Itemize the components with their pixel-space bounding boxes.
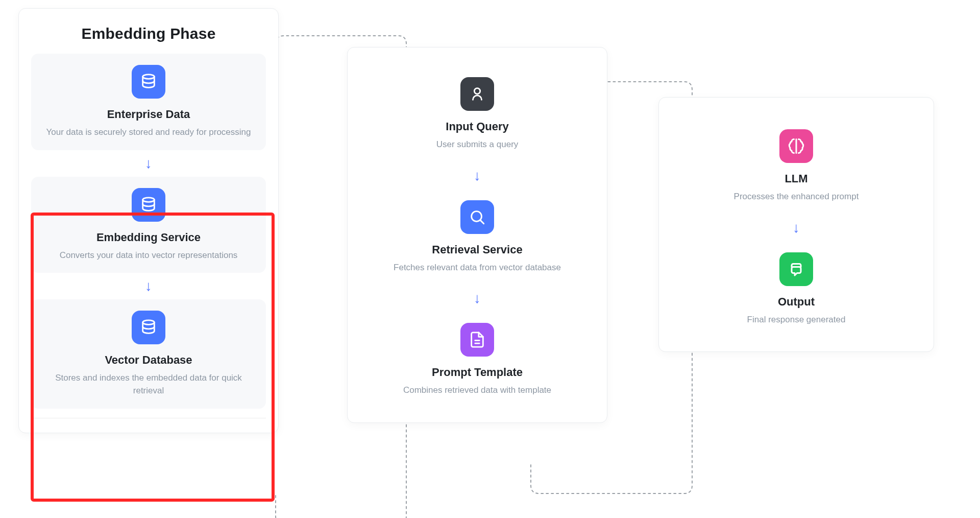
user-icon (460, 77, 494, 111)
card-desc: Converts your data into vector represent… (60, 249, 238, 262)
svg-point-1 (143, 197, 155, 202)
card-output: Output Final response generated (671, 241, 921, 338)
arrow-down-icon: ↓ (145, 279, 152, 293)
arrow-down-icon: ↓ (145, 156, 152, 171)
card-title: Output (778, 295, 815, 309)
svg-point-0 (143, 75, 155, 79)
search-icon (460, 200, 494, 234)
card-enterprise-data: Enterprise Data Your data is securely st… (31, 54, 266, 150)
card-retrieval-service: Retrieval Service Fetches relevant data … (360, 189, 595, 286)
arrow-down-icon: ↓ (793, 221, 800, 235)
card-desc: Combines retrieved data with template (403, 384, 551, 397)
panel-embedding: Embedding Phase Enterprise Data Your dat… (18, 8, 279, 433)
panel-retrieval: Input Query User submits a query ↓ Retri… (347, 47, 607, 423)
brain-icon (779, 129, 813, 163)
svg-point-2 (143, 320, 155, 325)
card-title: Prompt Template (432, 366, 523, 379)
chat-icon (779, 252, 813, 286)
document-icon (460, 323, 494, 357)
card-desc: Stores and indexes the embedded data for… (41, 372, 256, 397)
card-title: Enterprise Data (107, 108, 190, 121)
card-title: Input Query (446, 120, 508, 133)
divider (31, 418, 266, 418)
arrow-down-icon: ↓ (474, 291, 481, 305)
card-title: Embedding Service (96, 231, 201, 244)
card-desc: Fetches relevant data from vector databa… (394, 262, 561, 274)
panel-title-embedding: Embedding Phase (81, 25, 215, 42)
database-icon (132, 65, 165, 99)
card-llm: LLM Processes the enhanced prompt (671, 118, 921, 215)
card-prompt-template: Prompt Template Combines retrieved data … (360, 312, 595, 408)
database-icon (132, 188, 165, 222)
panel-generation: LLM Processes the enhanced prompt ↓ Outp… (658, 97, 934, 352)
card-desc: Processes the enhanced prompt (734, 191, 859, 203)
card-desc: User submits a query (436, 138, 519, 151)
card-desc: Final response generated (747, 314, 846, 326)
database-icon (132, 311, 165, 344)
card-title: LLM (785, 172, 807, 185)
card-desc: Your data is securely stored and ready f… (46, 126, 251, 139)
card-input-query: Input Query User submits a query (360, 66, 595, 162)
card-embedding-service: Embedding Service Converts your data int… (31, 177, 266, 273)
svg-point-3 (474, 88, 480, 94)
arrow-down-icon: ↓ (474, 169, 481, 183)
card-title: Retrieval Service (432, 243, 522, 256)
card-title: Vector Database (105, 354, 192, 367)
svg-line-5 (480, 220, 483, 223)
card-vector-database: Vector Database Stores and indexes the e… (31, 299, 266, 408)
